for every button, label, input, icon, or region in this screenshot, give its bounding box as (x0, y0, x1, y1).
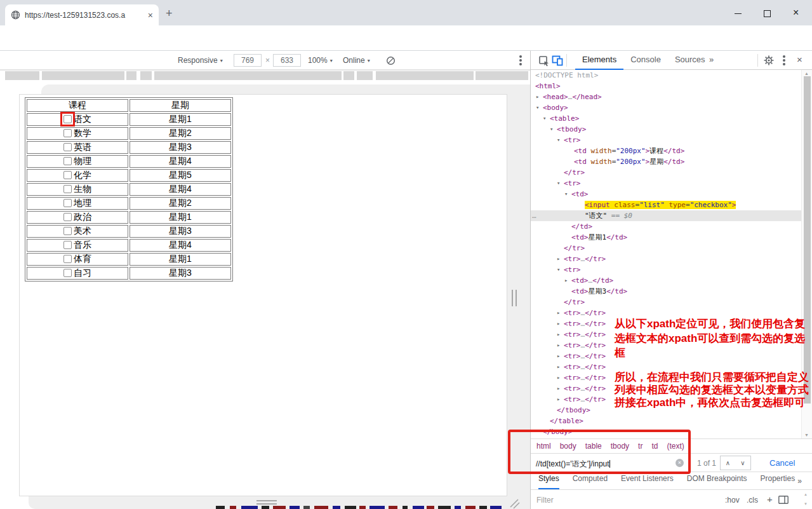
scroll-down-icon[interactable]: ▼ (804, 433, 809, 437)
element-classes-button[interactable]: .cls (747, 496, 758, 505)
zoom-select[interactable]: 100%▾ (308, 56, 333, 65)
settings-gear-icon[interactable] (764, 55, 774, 65)
collapse-arrow-icon[interactable]: ▾ (557, 264, 560, 275)
expand-arrow-icon[interactable]: ▸ (557, 351, 560, 362)
collapse-arrow-icon[interactable]: ▾ (536, 102, 539, 113)
sidebar-panel-icon[interactable] (778, 496, 789, 504)
devtools-menu-icon[interactable] (783, 59, 785, 62)
clipped-text-fragment (369, 506, 385, 509)
collapse-arrow-icon[interactable]: ▾ (564, 189, 568, 200)
viewport-resize-handle-right[interactable] (512, 290, 517, 306)
course-checkbox[interactable] (63, 213, 72, 221)
course-checkbox[interactable] (63, 157, 72, 165)
course-checkbox[interactable] (63, 241, 72, 249)
course-checkbox[interactable] (63, 185, 72, 193)
window-close-button[interactable]: × (793, 7, 799, 18)
tab-close-icon[interactable]: × (148, 10, 153, 20)
course-checkbox[interactable] (63, 171, 72, 179)
course-checkbox[interactable] (63, 227, 72, 235)
tree-node-line[interactable]: <td>星期3</td> (531, 286, 801, 297)
course-label: 音乐 (74, 240, 91, 250)
more-tabs-icon[interactable]: » (709, 55, 714, 64)
tree-node-line[interactable]: <html> (531, 81, 801, 92)
expand-arrow-icon[interactable]: ▸ (557, 340, 560, 351)
scroll-up-icon[interactable]: ▲ (804, 71, 809, 76)
tree-node-line[interactable]: ▾<tbody> (531, 124, 801, 135)
tree-node-line[interactable]: ▾<table> (531, 113, 801, 124)
viewport-width-input[interactable]: 769 (234, 54, 262, 67)
expand-arrow-icon[interactable]: ▸ (557, 308, 560, 318)
tree-node-line[interactable]: </tr> (531, 167, 801, 178)
filter-input[interactable]: Filter (536, 496, 554, 505)
expand-arrow-icon[interactable]: ▸ (564, 275, 568, 286)
tree-node-line[interactable]: <td width="200px">星期</td> (531, 156, 801, 167)
device-toolbar-more-icon[interactable] (519, 59, 522, 62)
styles-scroll-up-icon[interactable]: ▲ (804, 492, 808, 496)
expand-arrow-icon[interactable]: ▸ (557, 362, 560, 372)
tree-node-line[interactable]: ▾<tr> (531, 264, 801, 275)
sidebar-more-tabs-icon[interactable]: » (797, 477, 802, 485)
course-checkbox[interactable] (63, 269, 72, 277)
tree-node-line[interactable]: ▸<td>…</td> (531, 275, 801, 286)
tree-node-line[interactable]: </table> (531, 416, 801, 426)
course-checkbox[interactable] (63, 129, 72, 137)
tree-node-line[interactable]: ▸<head>…</head> (531, 92, 801, 102)
tree-node-line[interactable]: </td> (531, 221, 801, 232)
previous-match-button[interactable]: ∧ (720, 456, 736, 470)
device-toolbar-toggle-icon[interactable] (552, 55, 563, 66)
next-match-button[interactable]: ∨ (735, 456, 751, 470)
sidebar-tab-properties[interactable]: Properties (760, 474, 795, 489)
new-style-rule-button[interactable]: + (767, 494, 773, 505)
collapse-arrow-icon[interactable]: ▾ (557, 135, 560, 146)
node-markup: <html> (535, 82, 561, 90)
tree-node-line[interactable]: ▾<tr> (531, 135, 801, 146)
device-toolbar: Responsive▾ 769 × 633 100%▾ Online▾ (0, 51, 530, 70)
tree-node-line[interactable]: </tr> (531, 297, 801, 308)
expand-arrow-icon[interactable]: ▸ (557, 394, 560, 405)
toggle-hover-state-button[interactable]: :hov (725, 496, 740, 505)
tree-node-line[interactable]: </tr> (531, 243, 801, 254)
expand-arrow-icon[interactable]: ▸ (536, 92, 539, 102)
tree-node-line[interactable]: …"语文" == $0 (531, 210, 801, 221)
cancel-search-button[interactable]: Cancel (769, 458, 795, 468)
tree-node-line[interactable]: ▸<tr>…</tr> (531, 254, 801, 264)
new-tab-button[interactable]: + (166, 7, 173, 20)
browser-tab[interactable]: https://test-1259131523.cos.a × (5, 4, 159, 25)
tree-node-line[interactable]: ▾<tr> (531, 178, 801, 189)
window-minimize-button[interactable] (735, 13, 742, 14)
throttling-select[interactable]: Online▾ (343, 56, 370, 65)
rotate-disabled-icon[interactable] (386, 56, 396, 65)
course-checkbox[interactable] (63, 115, 72, 123)
tree-node-line[interactable]: ▾<body> (531, 102, 801, 113)
sidebar-tab-event-listeners[interactable]: Event Listeners (621, 474, 674, 489)
expand-arrow-icon[interactable]: ▸ (557, 383, 560, 394)
tab-elements[interactable]: Elements (575, 51, 623, 70)
collapse-arrow-icon[interactable]: ▾ (557, 178, 560, 189)
tab-sources[interactable]: Sources (668, 51, 712, 70)
course-checkbox[interactable] (63, 199, 72, 207)
tree-node-line[interactable]: ▾<td> (531, 189, 801, 200)
tree-node-line[interactable]: <input class="list" type="checkbox"> (531, 200, 801, 210)
styles-scroll-down-icon[interactable]: ▼ (804, 502, 808, 506)
sidebar-tab-styles[interactable]: Styles (538, 474, 559, 489)
tree-node-line[interactable]: <td>星期1</td> (531, 232, 801, 243)
expand-arrow-icon[interactable]: ▸ (557, 372, 560, 383)
expand-arrow-icon[interactable]: ▸ (557, 318, 560, 329)
window-maximize-button[interactable] (764, 10, 771, 17)
tree-node-line[interactable]: <td width="200px">课程</td> (531, 146, 801, 156)
expand-arrow-icon[interactable]: ▸ (557, 329, 560, 340)
device-mode-select[interactable]: Responsive▾ (178, 56, 223, 65)
devtools-close-icon[interactable]: × (797, 54, 802, 65)
collapse-arrow-icon[interactable]: ▾ (550, 124, 553, 135)
sidebar-tab-dom-breakpoints[interactable]: DOM Breakpoints (687, 474, 747, 489)
expand-arrow-icon[interactable]: ▸ (557, 254, 560, 264)
collapse-arrow-icon[interactable]: ▾ (543, 113, 546, 124)
viewport-resize-handle-bottom[interactable] (256, 500, 277, 505)
course-checkbox[interactable] (63, 143, 72, 151)
viewport-height-input[interactable]: 633 (273, 54, 301, 67)
course-checkbox[interactable] (63, 255, 72, 263)
sidebar-tab-computed[interactable]: Computed (573, 474, 608, 489)
tab-console[interactable]: Console (623, 51, 668, 70)
tree-node-line[interactable]: <!DOCTYPE html> (531, 70, 801, 81)
inspect-element-icon[interactable] (538, 55, 550, 67)
